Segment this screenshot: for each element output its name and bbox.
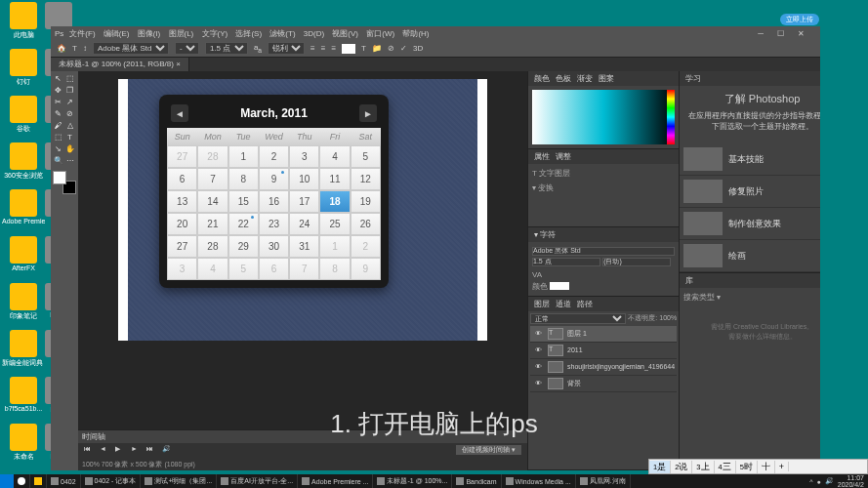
menu-item[interactable]: 选择(S)	[235, 29, 262, 38]
text-color-swatch[interactable]	[342, 44, 355, 54]
panel-tab[interactable]: 图案	[599, 74, 614, 83]
ime-candidate-bar[interactable]: 1是2说3上4三5时十+	[648, 459, 868, 474]
antialiasing-select[interactable]: 锐利	[268, 42, 305, 55]
calendar-cell[interactable]: 12	[351, 168, 381, 190]
tray-up-icon[interactable]: ^	[809, 478, 812, 485]
calendar-cell[interactable]: 6	[167, 168, 197, 190]
calendar-cell[interactable]: 29	[228, 235, 259, 258]
calendar-cell[interactable]: 14	[197, 190, 227, 213]
font-select[interactable]: Adobe 黑体 Std	[93, 42, 169, 55]
calendar-cell[interactable]: 2	[351, 235, 381, 258]
calendar-cell[interactable]: 9	[351, 258, 381, 280]
menu-item[interactable]: 图像(I)	[138, 29, 161, 38]
tool-button[interactable]: ⬚	[64, 73, 75, 84]
upload-badge[interactable]: 立即上传	[780, 14, 819, 25]
tray-volume-icon[interactable]: 🔊	[825, 477, 834, 485]
folder-icon[interactable]: 📁	[372, 44, 382, 53]
panel-tab[interactable]: 调整	[556, 152, 571, 161]
learn-item[interactable]: 基本技能›	[680, 143, 820, 176]
3d-button[interactable]: 3D	[413, 44, 423, 53]
learn-item[interactable]: 修复照片›	[680, 176, 820, 208]
learn-item[interactable]: 绘画›	[680, 240, 820, 272]
menu-item[interactable]: 滤镜(T)	[269, 29, 295, 38]
layer-row[interactable]: 👁T2011	[530, 343, 677, 359]
calendar-cell[interactable]: 7	[289, 258, 319, 280]
taskbar-app[interactable]: 未标题-1 @ 100%...	[373, 474, 452, 488]
visibility-icon[interactable]: 👁	[532, 346, 544, 353]
tool-button[interactable]: 🖌	[53, 120, 63, 131]
create-timeline-button[interactable]: 创建视频时间轴 ▾	[456, 445, 521, 455]
char-size-input[interactable]	[532, 258, 600, 266]
calendar-cell[interactable]: 5	[228, 258, 259, 280]
panel-tab[interactable]: 渐变	[577, 74, 593, 83]
calendar-cell[interactable]: 1	[228, 145, 259, 168]
color-picker[interactable]	[532, 90, 675, 144]
audio-icon[interactable]: 🔊	[162, 445, 172, 455]
home-icon[interactable]: 🏠	[57, 44, 66, 53]
libraries-tab[interactable]: 库	[680, 273, 820, 288]
maximize-button[interactable]: ☐	[777, 29, 784, 38]
menu-item[interactable]: 视图(V)	[332, 29, 358, 38]
layer-row[interactable]: 👁背景	[530, 376, 677, 392]
tool-button[interactable]: 🔍	[53, 155, 63, 166]
tool-button[interactable]: ⬚	[53, 132, 63, 142]
visibility-icon[interactable]: 👁	[532, 363, 544, 370]
layer-row[interactable]: 👁shoujirisixjingyongjiemian_4196644	[530, 359, 677, 376]
char-leading-input[interactable]	[602, 258, 671, 266]
color-tabs[interactable]: 颜色色板渐变图案	[534, 74, 620, 83]
calendar-cell[interactable]: 24	[289, 213, 319, 235]
close-tab-icon[interactable]: ×	[176, 60, 181, 68]
tool-button[interactable]: T	[64, 132, 75, 142]
last-frame-icon[interactable]: ⏭	[146, 445, 156, 455]
warp-text-icon[interactable]: T	[361, 44, 366, 53]
tool-button[interactable]: ✎	[53, 108, 63, 119]
blend-mode-select[interactable]: 正常	[530, 313, 626, 324]
tool-button[interactable]: ✋	[64, 143, 75, 154]
calendar-cell[interactable]: 25	[319, 213, 350, 235]
close-button[interactable]: ✕	[798, 29, 805, 38]
search-icon[interactable]	[14, 474, 30, 488]
ime-candidate[interactable]: 十	[758, 461, 775, 473]
commit-icon[interactable]: ✓	[400, 44, 407, 53]
taskbar-app[interactable]: 百度AI开放平台-全...	[217, 474, 298, 488]
orientation-icon[interactable]: ↕	[83, 44, 87, 53]
folder-icon[interactable]	[30, 474, 47, 488]
calendar-cell[interactable]: 8	[319, 258, 350, 280]
calendar-cell[interactable]: 5	[351, 145, 381, 168]
hue-slider[interactable]	[667, 90, 675, 144]
calendar-cell[interactable]: 9	[259, 168, 289, 190]
calendar-cell[interactable]: 27	[167, 235, 197, 258]
panel-tab[interactable]: 图层	[534, 300, 550, 308]
menu-item[interactable]: 帮助(H)	[402, 29, 429, 38]
calendar-cell[interactable]: 3	[167, 258, 197, 280]
document-tab[interactable]: 未标题-1 @ 100% (2011, RGB/8) ×	[51, 58, 189, 71]
char-color-swatch[interactable]	[550, 282, 569, 290]
calendar-cell[interactable]: 4	[319, 145, 350, 168]
visibility-icon[interactable]: 👁	[532, 330, 544, 337]
taskbar-clock[interactable]: 11:07 2020/4/2	[838, 474, 864, 488]
ime-candidate[interactable]: 4三	[715, 461, 736, 473]
calendar-cell[interactable]: 15	[228, 190, 259, 213]
prev-frame-icon[interactable]: ◄	[100, 445, 109, 455]
calendar-cell[interactable]: 16	[259, 190, 289, 213]
color-swatches[interactable]	[53, 171, 76, 194]
taskbar-app[interactable]: 0402	[47, 474, 81, 488]
calendar-cell[interactable]: 4	[197, 258, 227, 280]
calendar-cell[interactable]: 26	[351, 213, 381, 235]
calendar-cell[interactable]: 13	[167, 190, 197, 213]
calendar-cell[interactable]: 22	[228, 213, 259, 235]
calendar-cell[interactable]: 21	[197, 213, 227, 235]
panel-tab[interactable]: 路径	[577, 300, 593, 308]
taskbar-app[interactable]: Adobe Premiere ...	[298, 474, 373, 488]
calendar-cell[interactable]: 8	[228, 168, 259, 190]
tool-button[interactable]: △	[64, 120, 75, 131]
calendar-cell[interactable]: 3	[289, 145, 319, 168]
tool-button[interactable]: ↘	[53, 143, 63, 154]
calendar-cell[interactable]: 28	[197, 235, 227, 258]
properties-tabs[interactable]: 属性调整	[534, 152, 577, 161]
menu-item[interactable]: 窗口(W)	[366, 29, 394, 38]
cancel-icon[interactable]: ⊘	[388, 44, 394, 53]
tray-bandicam-icon[interactable]: ●	[817, 478, 821, 485]
calendar-cell[interactable]: 31	[289, 235, 319, 258]
tool-button[interactable]: ✥	[53, 85, 63, 96]
